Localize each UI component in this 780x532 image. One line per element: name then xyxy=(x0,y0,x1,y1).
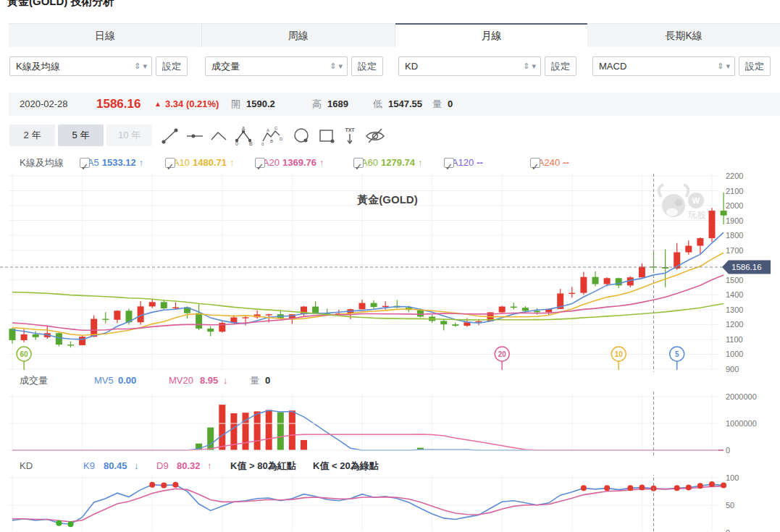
trend-line-icon[interactable] xyxy=(160,126,180,146)
ma-pin-5: 5 xyxy=(670,347,684,370)
kd-indicator-settings-button[interactable]: 設定 xyxy=(545,56,576,76)
svg-text:B: B xyxy=(270,139,273,143)
kd-indicator-select[interactable]: KD ⇕ ▾ xyxy=(398,56,541,76)
candle xyxy=(639,266,645,277)
candle xyxy=(359,303,366,310)
kd-axis-tick: 50 xyxy=(726,501,734,510)
d9-up-arrow-icon: ↑ xyxy=(207,457,212,475)
tab-monthly[interactable]: 月線 xyxy=(395,23,588,47)
candle xyxy=(709,211,716,238)
volume-label: 量 xyxy=(432,93,442,116)
ma240-checkbox[interactable]: ✓ xyxy=(530,158,540,168)
tab-weekly[interactable]: 周線 xyxy=(202,23,395,47)
candle xyxy=(440,321,447,324)
quote-date: 2020-02-28 xyxy=(20,93,68,116)
d-line xyxy=(12,486,724,522)
high-value: 1689 xyxy=(327,93,348,116)
kd-legend-row: KD K9 80.45 ↓ D9 80.32 ↑ K值 > 80為紅點 K值 <… xyxy=(0,457,780,475)
macd-indicator-select[interactable]: MACD ⇕ ▾ xyxy=(592,56,735,76)
svg-text:W: W xyxy=(692,196,700,205)
d9-value: 80.32 xyxy=(177,457,201,475)
price-tag: 1586.16 xyxy=(722,261,771,274)
ma-legend-item-ma5: ✓MA51533.12↑ xyxy=(80,154,143,172)
ma5-checkbox[interactable]: ✓ xyxy=(80,158,90,168)
volume-bar xyxy=(289,410,295,450)
svg-text:B: B xyxy=(249,141,253,146)
candle xyxy=(114,311,120,320)
candle xyxy=(312,307,319,313)
candle xyxy=(21,334,28,340)
ma20-checkbox[interactable]: ✓ xyxy=(255,158,265,168)
kd-red-dot xyxy=(581,485,587,491)
indicator-selector-row: K線及均線 ⇕ ▾ 設定 成交量 ⇕ ▾ 設定 KD ⇕ ▾ 設定 MACD ⇕… xyxy=(0,56,780,76)
wave-pattern-icon[interactable]: AC0BD xyxy=(260,126,280,146)
candle xyxy=(721,211,727,216)
vol-label: 量 xyxy=(250,372,259,389)
ma10-checkbox[interactable]: ✓ xyxy=(165,158,175,168)
k-line xyxy=(12,484,724,524)
svg-text:5: 5 xyxy=(675,350,679,358)
kd-green-dot-note: K值 < 20為綠點 xyxy=(313,457,379,475)
kd-red-dot xyxy=(639,485,645,491)
volume-indicator-select[interactable]: 成交量 ⇕ ▾ xyxy=(205,56,348,76)
price-axis-tick: 1400 xyxy=(726,290,743,299)
main-indicator-settings-button[interactable]: 設定 xyxy=(156,56,188,76)
svg-text:60: 60 xyxy=(20,350,29,358)
low-value: 1547.55 xyxy=(388,93,422,116)
candle xyxy=(685,246,692,253)
abc-pattern-icon[interactable]: A0B xyxy=(233,126,253,146)
horizontal-line-icon[interactable] xyxy=(185,126,205,146)
ma-pin-10: 10 xyxy=(611,347,626,370)
kd-red-dot xyxy=(172,482,178,488)
rectangle-icon[interactable] xyxy=(316,126,337,146)
candle xyxy=(522,308,529,311)
volume-indicator-settings-button[interactable]: 設定 xyxy=(351,56,383,76)
tab-longterm[interactable]: 長期K線 xyxy=(587,23,780,47)
volume-bar xyxy=(243,413,249,450)
kd-red-dot-note: K值 > 80為紅點 xyxy=(230,457,296,475)
tab-daily[interactable]: 日線 xyxy=(9,23,202,47)
ma-legend-item-ma60: ✓MA601279.74↑ xyxy=(353,154,422,172)
ma-legend-text: 1279.74 xyxy=(381,154,415,172)
kd-green-dot xyxy=(56,520,62,526)
ma60-checkbox[interactable]: ✓ xyxy=(353,158,364,168)
quote-price: 1586.16 xyxy=(96,93,141,116)
k9-down-arrow-icon: ↓ xyxy=(134,457,139,475)
kd-red-dot xyxy=(604,485,610,491)
chart-toolbar: 2 年 5 年 10 年 A0B AC0BD TXT xyxy=(0,124,780,148)
candle xyxy=(697,238,703,245)
charts-canvas[interactable]: 2200210020001900180017001500140013001200… xyxy=(0,0,780,532)
price-axis-tick: 1700 xyxy=(726,246,743,255)
hide-drawings-icon[interactable] xyxy=(364,126,385,146)
price-axis-tick: 1500 xyxy=(726,276,743,284)
ma-legend-text: ↑ xyxy=(319,154,324,172)
kd-axis-tick: 0 xyxy=(726,528,730,532)
ma-legend-text: ↑ xyxy=(139,154,144,172)
main-indicator-select[interactable]: K線及均線 ⇕ ▾ xyxy=(9,56,152,76)
range-10y-button[interactable]: 10 年 xyxy=(106,124,152,146)
price-axis-tick: 1300 xyxy=(726,305,743,314)
price-axis-tick: 2200 xyxy=(726,172,743,180)
select-arrows-icon: ⇕ ▾ xyxy=(330,57,343,75)
candle xyxy=(499,307,506,313)
angle-line-icon[interactable] xyxy=(209,126,229,146)
svg-text:玩股: 玩股 xyxy=(688,210,705,220)
price-axis-tick: 1100 xyxy=(726,335,743,344)
volume-bar xyxy=(301,440,307,450)
candle xyxy=(33,334,39,337)
kd-red-dot xyxy=(627,485,633,491)
volume-bar xyxy=(277,412,284,450)
range-5y-button[interactable]: 5 年 xyxy=(58,124,104,146)
ma120-checkbox[interactable]: ✓ xyxy=(444,158,454,168)
volume-axis-tick: 1000000 xyxy=(726,419,757,428)
volume-bar xyxy=(266,410,272,451)
ma-legend-text: -- xyxy=(563,154,569,172)
circle-icon[interactable] xyxy=(291,126,311,146)
text-note-icon[interactable]: TXT xyxy=(340,126,361,146)
price-axis-tick: 1900 xyxy=(726,216,743,225)
price-axis-tick: 1200 xyxy=(726,320,743,329)
kd-legend-title: KD xyxy=(20,457,33,475)
candle xyxy=(382,306,389,307)
macd-indicator-settings-button[interactable]: 設定 xyxy=(739,56,771,76)
range-2y-button[interactable]: 2 年 xyxy=(9,124,55,146)
